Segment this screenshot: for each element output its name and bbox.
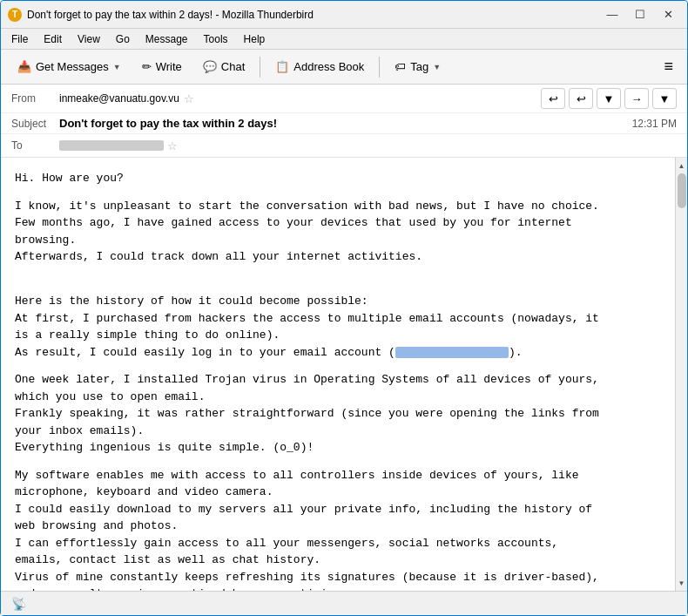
tag-label: Tag [410, 60, 428, 73]
para2-end: ). [509, 346, 523, 359]
from-email: inmeake@vanuatu.gov.vu [59, 92, 179, 105]
menu-file[interactable]: File [4, 31, 35, 47]
toolbar-separator-2 [379, 57, 380, 78]
window-title: Don't forget to pay the tax within 2 day… [27, 9, 600, 21]
to-row: To ☆ [1, 134, 687, 157]
menu-help[interactable]: Help [237, 31, 273, 47]
paragraph-1: I know, it's unpleasant to start the con… [15, 198, 661, 266]
tag-button[interactable]: 🏷 Tag ▼ [385, 53, 450, 81]
greeting: Hi. How are you? [15, 170, 661, 187]
address-book-icon: 📋 [275, 60, 289, 73]
reply-button[interactable]: ↩ [541, 88, 565, 109]
scrollbar-thumb[interactable] [678, 173, 686, 208]
connection-status-icon: 📡 [11, 597, 26, 611]
email-address-redacted [395, 347, 509, 358]
write-label: Write [156, 60, 182, 73]
paragraph-2: Here is the history of how it could beco… [15, 276, 661, 362]
get-messages-label: Get Messages [36, 60, 109, 73]
address-book-button[interactable]: 📋 Address Book [266, 53, 374, 81]
title-bar: T Don't forget to pay the tax within 2 d… [1, 1, 687, 29]
status-bar: 📡 [1, 591, 687, 615]
paragraph-3: One week later, I installed Trojan virus… [15, 371, 661, 457]
menu-message[interactable]: Message [138, 31, 195, 47]
maximize-button[interactable]: ☐ [628, 6, 652, 24]
forward-button[interactable]: → [624, 88, 649, 109]
from-value: inmeake@vanuatu.gov.vu ☆ [59, 92, 541, 105]
email-actions: ↩ ↩ ▼ → ▼ [541, 88, 677, 109]
more-actions-button[interactable]: ▼ [652, 88, 677, 109]
close-button[interactable]: ✕ [656, 6, 680, 24]
email-time: 12:31 PM [632, 118, 677, 130]
to-value: ☆ [59, 139, 677, 152]
tag-dropdown-icon: ▼ [433, 63, 441, 71]
main-window: T Don't forget to pay the tax within 2 d… [0, 0, 688, 616]
toolbar-separator [260, 57, 260, 78]
window-controls: — ☐ ✕ [600, 6, 680, 24]
get-messages-icon: 📥 [17, 60, 31, 73]
reply-all-button[interactable]: ↩ [569, 88, 593, 109]
tag-icon: 🏷 [395, 60, 406, 73]
chat-button[interactable]: 💬 Chat [193, 53, 254, 81]
from-row: From inmeake@vanuatu.gov.vu ☆ ↩ ↩ ▼ → ▼ [1, 85, 687, 113]
to-label: To [11, 139, 59, 152]
chat-icon: 💬 [203, 60, 217, 73]
subject-label: Subject [11, 118, 59, 130]
scrollbar[interactable]: ▲ ▼ [675, 158, 687, 591]
menu-go[interactable]: Go [109, 31, 137, 47]
from-label: From [11, 92, 59, 105]
get-messages-dropdown-icon: ▼ [113, 63, 121, 71]
subject-row: Subject Don't forget to pay the tax with… [1, 113, 687, 134]
app-icon: T [8, 8, 22, 22]
menu-view[interactable]: View [71, 31, 107, 47]
from-star-icon[interactable]: ☆ [184, 92, 194, 105]
hamburger-menu-button[interactable]: ≡ [657, 54, 680, 79]
subject-value: Don't forget to pay the tax within 2 day… [59, 117, 632, 130]
write-icon: ✏ [142, 60, 152, 73]
scroll-down-arrow[interactable]: ▼ [676, 577, 688, 589]
more-reply-dropdown[interactable]: ▼ [597, 88, 621, 109]
message-body: Hi. How are you? I know, it's unpleasant… [1, 158, 675, 591]
menu-bar: File Edit View Go Message Tools Help [1, 29, 687, 50]
chat-label: Chat [221, 60, 245, 73]
write-button[interactable]: ✏ Write [132, 53, 192, 81]
get-messages-button[interactable]: 📥 Get Messages ▼ [8, 53, 131, 81]
message-body-container: Hi. How are you? I know, it's unpleasant… [1, 158, 687, 591]
menu-tools[interactable]: Tools [197, 31, 235, 47]
menu-edit[interactable]: Edit [37, 31, 69, 47]
scrollbar-track[interactable] [678, 173, 686, 575]
minimize-button[interactable]: — [600, 6, 624, 24]
to-star-icon[interactable]: ☆ [167, 139, 178, 152]
address-book-label: Address Book [293, 60, 364, 73]
paragraph-4: My software enables me with access to al… [15, 467, 661, 592]
email-header: From inmeake@vanuatu.gov.vu ☆ ↩ ↩ ▼ → ▼ … [1, 85, 687, 158]
toolbar: 📥 Get Messages ▼ ✏ Write 💬 Chat 📋 Addres… [1, 50, 687, 85]
scroll-up-arrow[interactable]: ▲ [676, 159, 688, 172]
to-redacted-address [59, 140, 164, 151]
